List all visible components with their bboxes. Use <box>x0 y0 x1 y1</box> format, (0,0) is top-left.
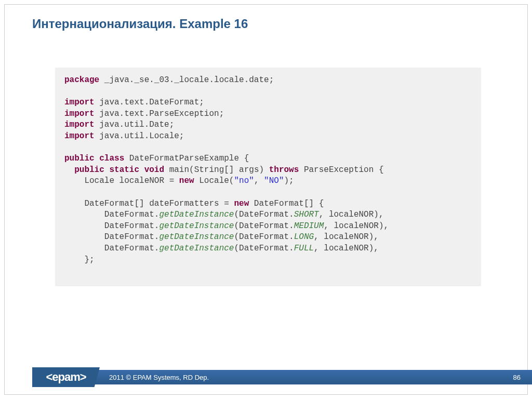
str-no: "no" <box>234 176 254 185</box>
line-a: DateFormat. <box>64 232 159 242</box>
str-NO: "NO" <box>264 176 284 185</box>
kw-new: new <box>179 176 194 185</box>
line-a: DateFormat. <box>64 210 159 219</box>
line-end: , localeNOR), <box>314 232 379 242</box>
line-end: , localeNOR), <box>319 210 384 219</box>
pkg-path: _java._se._03._locale.locale.date; <box>99 75 274 85</box>
method-call: getDateInstance <box>159 232 234 242</box>
footer-bar <box>32 370 532 384</box>
page-number: 86 <box>513 374 521 381</box>
const-full: FULL <box>294 244 314 253</box>
locale-end: ); <box>284 176 294 185</box>
locale-decl-a: Locale localeNOR = <box>64 176 179 185</box>
throws-rest: ParseException { <box>299 165 383 175</box>
arr-decl-b: DateFormat[] { <box>249 199 324 208</box>
locale-decl-b: Locale( <box>194 176 234 185</box>
import-4: java.util.Locale; <box>95 131 184 141</box>
line-a: DateFormat. <box>64 221 159 231</box>
kw-public: public <box>74 165 104 175</box>
kw-void: void <box>144 165 164 175</box>
method-call: getDateInstance <box>159 210 234 219</box>
line-b: (DateFormat. <box>234 244 294 253</box>
code-block: package _java._se._03._locale.locale.dat… <box>55 68 481 286</box>
kw-import: import <box>64 131 95 141</box>
kw-package: package <box>64 75 99 85</box>
logo-text: <epam> <box>46 370 86 384</box>
kw-import: import <box>64 98 95 107</box>
kw-import: import <box>64 109 95 118</box>
import-2: java.text.ParseException; <box>95 109 224 118</box>
method-call: getDateInstance <box>159 221 234 231</box>
slide-title: Интернационализация. Example 16 <box>32 17 248 31</box>
main-sig: main(String[] args) <box>164 165 269 175</box>
arr-close: }; <box>64 255 95 264</box>
comma: , <box>254 176 264 185</box>
kw-class: class <box>99 154 124 163</box>
method-call: getDateInstance <box>159 244 234 253</box>
line-a: DateFormat. <box>64 244 159 253</box>
line-end: , localeNOR), <box>324 221 389 231</box>
import-3: java.util.Date; <box>95 120 175 129</box>
kw-new: new <box>234 199 249 208</box>
footer-copyright: 2011 © EPAM Systems, RD Dep. <box>109 374 209 381</box>
const-long: LONG <box>294 232 314 242</box>
class-name: DateFormatParseExample { <box>124 154 249 163</box>
line-b: (DateFormat. <box>234 221 294 231</box>
import-1: java.text.DateFormat; <box>95 98 204 107</box>
const-short: SHORT <box>294 210 319 219</box>
kw-static: static <box>109 165 139 175</box>
const-medium: MEDIUM <box>294 221 324 231</box>
line-end: , localeNOR), <box>314 244 379 253</box>
arr-decl-a: DateFormat[] dateFormatters = <box>64 199 234 208</box>
kw-import: import <box>64 120 95 129</box>
kw-throws: throws <box>269 165 299 175</box>
epam-logo: <epam> <box>32 367 100 387</box>
kw-public: public <box>64 154 95 163</box>
line-b: (DateFormat. <box>234 210 294 219</box>
line-b: (DateFormat. <box>234 232 294 242</box>
